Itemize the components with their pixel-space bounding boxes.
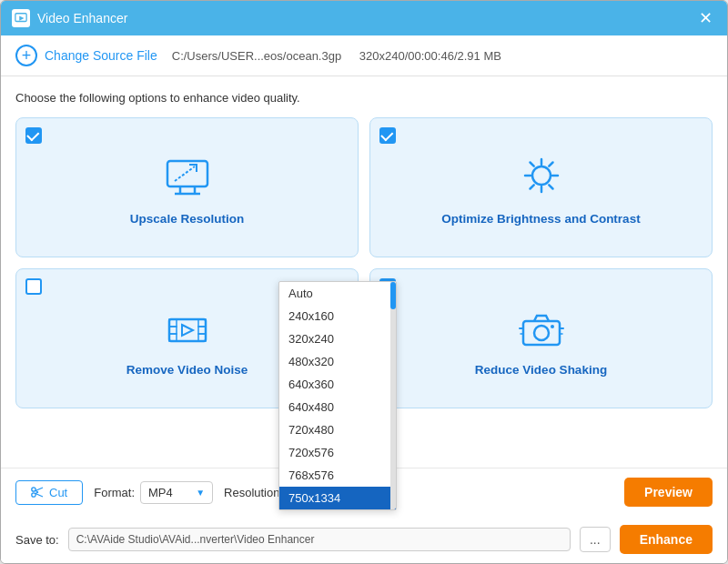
monitor-icon	[162, 152, 213, 203]
app-window: Video Enhancer ✕ + Change Source File C:…	[0, 0, 728, 564]
svg-line-36	[35, 492, 38, 494]
close-button[interactable]: ✕	[695, 8, 716, 28]
svg-line-13	[549, 185, 552, 188]
film-icon	[162, 303, 213, 354]
format-value: MP4	[148, 486, 173, 499]
scrollbar-thumb	[390, 282, 396, 309]
svg-line-6	[175, 166, 195, 181]
plus-icon: +	[15, 45, 37, 66]
preview-button[interactable]: Preview	[624, 478, 713, 507]
svg-line-12	[530, 162, 533, 166]
dd-item-640x480[interactable]: 640x480	[279, 396, 396, 418]
checkbox-upscale[interactable]	[25, 127, 42, 144]
format-label: Format:	[94, 486, 135, 499]
option-upscale-label: Upscale Resolution	[130, 212, 244, 226]
cut-button[interactable]: Cut	[15, 480, 83, 505]
dd-item-240x160[interactable]: 240x160	[279, 305, 396, 327]
browse-button[interactable]: ...	[580, 527, 611, 552]
change-source-button[interactable]: + Change Source File	[15, 45, 157, 66]
bottom-toolbar: Cut Format: MP4 ▼ Resolution: 750x1334 ▼…	[1, 468, 727, 516]
svg-rect-2	[167, 161, 207, 186]
change-source-label: Change Source File	[45, 48, 157, 63]
format-group: Format: MP4 ▼	[94, 481, 213, 504]
file-meta: 320x240/00:00:46/2.91 MB	[359, 49, 501, 63]
resolution-group: Resolution: 750x1334 ▼ Auto 240x160 320x…	[224, 481, 379, 504]
svg-line-33	[35, 488, 43, 491]
svg-point-25	[534, 326, 549, 340]
format-select[interactable]: MP4 ▼	[140, 481, 213, 504]
file-path: C:/Users/USER...eos/ocean.3gp	[172, 49, 341, 63]
svg-line-15	[530, 185, 533, 188]
checkbox-brightness[interactable]	[379, 127, 396, 144]
cut-label: Cut	[49, 486, 67, 499]
option-shaking-label: Reduce Video Shaking	[475, 363, 607, 377]
enhance-button[interactable]: Enhance	[620, 525, 713, 554]
svg-point-32	[32, 493, 35, 497]
option-shaking[interactable]: Reduce Video Shaking	[369, 268, 713, 408]
titlebar-left: Video Enhancer	[12, 9, 127, 27]
resolution-label: Resolution:	[224, 486, 283, 499]
save-bar: Save to: C:\AVAide Studio\AVAid...nverte…	[1, 516, 727, 563]
titlebar: Video Enhancer ✕	[1, 1, 727, 35]
camera-icon	[516, 303, 567, 354]
window-title: Video Enhancer	[37, 11, 127, 25]
option-upscale[interactable]: Upscale Resolution	[15, 117, 359, 257]
svg-line-14	[549, 162, 552, 166]
svg-line-34	[35, 494, 43, 498]
dd-item-720x576[interactable]: 720x576	[279, 441, 396, 464]
resolution-dropdown[interactable]: Auto 240x160 320x240 480x320 640x360 640…	[278, 281, 397, 510]
svg-rect-16	[169, 319, 206, 341]
dd-item-320x240[interactable]: 320x240	[279, 327, 396, 350]
svg-point-7	[532, 166, 551, 185]
file-info: C:/Users/USER...eos/ocean.3gp 320x240/00…	[172, 49, 516, 63]
sourcebar: + Change Source File C:/Users/USER...eos…	[1, 35, 727, 76]
dd-item-auto[interactable]: Auto	[279, 282, 396, 305]
dd-item-640x360[interactable]: 640x360	[279, 373, 396, 396]
checkbox-noise[interactable]	[25, 278, 42, 295]
dd-item-720x480[interactable]: 720x480	[279, 418, 396, 441]
svg-marker-23	[182, 325, 193, 336]
scissors-icon	[31, 486, 44, 499]
scrollbar[interactable]	[390, 282, 396, 509]
save-path: C:\AVAide Studio\AVAid...nverter\Video E…	[68, 528, 571, 551]
dd-item-768x576[interactable]: 768x576	[279, 464, 396, 487]
app-icon	[12, 9, 30, 27]
option-noise-label: Remove Video Noise	[126, 363, 248, 377]
svg-marker-1	[19, 15, 24, 20]
dd-item-750x1334[interactable]: 750x1334	[279, 487, 396, 509]
svg-point-31	[32, 488, 35, 491]
format-arrow-icon: ▼	[196, 488, 205, 498]
brightness-icon	[516, 152, 567, 203]
option-brightness-label: Optimize Brightness and Contrast	[441, 212, 640, 226]
subtitle: Choose the following options to enhance …	[15, 91, 713, 105]
svg-point-26	[551, 325, 554, 328]
option-brightness[interactable]: Optimize Brightness and Contrast	[369, 117, 713, 257]
dd-item-480x320[interactable]: 480x320	[279, 350, 396, 373]
save-label: Save to:	[15, 533, 59, 547]
